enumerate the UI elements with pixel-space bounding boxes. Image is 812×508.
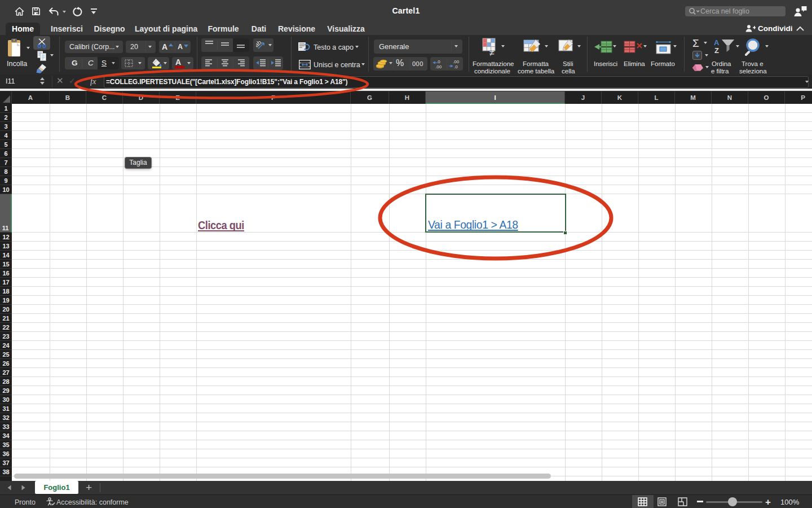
svg-text:Z: Z <box>714 46 719 55</box>
svg-text:.0: .0 <box>436 59 440 64</box>
svg-text:A: A <box>714 38 720 47</box>
svg-text:≠: ≠ <box>489 48 495 56</box>
svg-text:.0: .0 <box>454 64 458 69</box>
svg-text:.00: .00 <box>435 64 442 69</box>
svg-text:.00: .00 <box>453 59 460 64</box>
